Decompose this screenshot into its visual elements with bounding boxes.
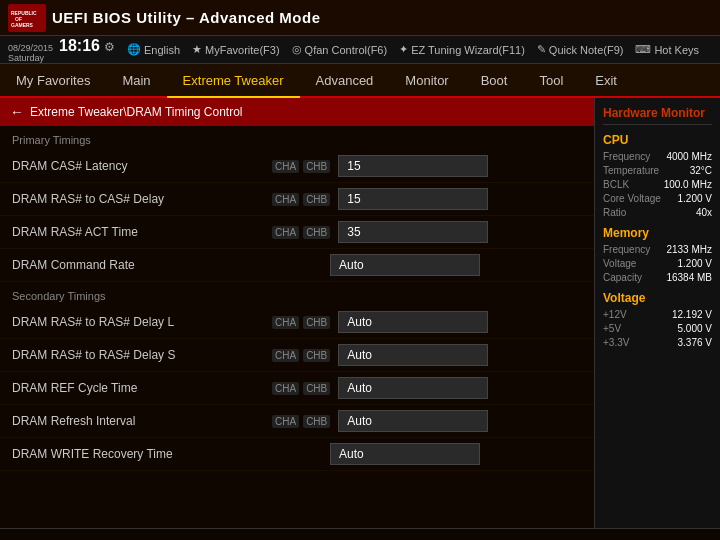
cpu-ratio-row: Ratio 40x [603,207,712,218]
row-label: DRAM REF Cycle Time [12,381,272,395]
logo-area: REPUBLIC OF GAMERS UEFI BIOS Utility – A… [8,4,320,32]
cpu-temperature-row: Temperature 32°C [603,165,712,176]
row-value[interactable]: Auto [338,410,488,432]
toolbar-language[interactable]: 🌐 English [127,43,180,56]
cha-label: CHA [272,349,299,362]
voltage-section-title: Voltage [603,291,712,305]
cpu-temperature-value: 32°C [690,165,712,176]
cpu-section: CPU Frequency 4000 MHz Temperature 32°C … [603,133,712,218]
cpu-frequency-value: 4000 MHz [666,151,712,162]
toolbar-hotkeys[interactable]: ⌨ Hot Keys [635,43,699,56]
row-dram-command-rate: DRAM Command Rate Auto [0,249,594,282]
chb-label: CHB [303,160,330,173]
row-value[interactable]: Auto [338,311,488,333]
toolbar-eztuning[interactable]: ✦ EZ Tuning Wizard(F11) [399,43,525,56]
row-label: DRAM Command Rate [12,258,272,272]
cha-label: CHA [272,316,299,329]
tab-boot[interactable]: Boot [465,64,524,96]
cpu-core-voltage-label: Core Voltage [603,193,661,204]
rog-logo: REPUBLIC OF GAMERS [8,4,46,32]
tab-my-favorites[interactable]: My Favorites [0,64,106,96]
cpu-frequency-row: Frequency 4000 MHz [603,151,712,162]
bottom-wrapper: ℹ Last Modified EzMode(F7)→ Search on FA… [0,528,720,540]
chb-label: CHB [303,415,330,428]
section-secondary-timings: Secondary Timings [0,282,594,306]
volt-33v-row: +3.3V 3.376 V [603,337,712,348]
row-value[interactable]: 35 [338,221,488,243]
cpu-core-voltage-value: 1.200 V [678,193,712,204]
channel-labels: CHA CHB [272,193,330,206]
row-value[interactable]: 15 [338,188,488,210]
mem-frequency-label: Frequency [603,244,650,255]
section-primary-timings: Primary Timings [0,126,594,150]
toolbar-qfan[interactable]: ◎ Qfan Control(F6) [292,43,388,56]
tab-monitor[interactable]: Monitor [389,64,464,96]
main-content: ← Extreme Tweaker\DRAM Timing Control Pr… [0,98,720,528]
mem-voltage-label: Voltage [603,258,636,269]
channel-labels: CHA CHB [272,160,330,173]
cha-label: CHA [272,415,299,428]
back-arrow[interactable]: ← [10,104,24,120]
channel-labels: CHA CHB [272,349,330,362]
svg-text:GAMERS: GAMERS [11,22,34,28]
cpu-frequency-label: Frequency [603,151,650,162]
tab-main[interactable]: Main [106,64,166,96]
chb-label: CHB [303,316,330,329]
voltage-section: Voltage +12V 12.192 V +5V 5.000 V +3.3V … [603,291,712,348]
channel-labels: CHA CHB [272,382,330,395]
row-dram-ref-cycle: DRAM REF Cycle Time CHA CHB Auto [0,372,594,405]
top-header: REPUBLIC OF GAMERS UEFI BIOS Utility – A… [0,0,720,36]
bottom-bar: ℹ Last Modified EzMode(F7)→ Search on FA… [0,528,720,540]
row-label: DRAM RAS# to RAS# Delay S [12,348,272,362]
chb-label: CHB [303,349,330,362]
volt-12v-row: +12V 12.192 V [603,309,712,320]
note-icon: ✎ [537,43,546,56]
tab-tool[interactable]: Tool [523,64,579,96]
memory-section-title: Memory [603,226,712,240]
gear-icon[interactable]: ⚙ [104,40,115,54]
row-dram-ras-cas-delay: DRAM RAS# to CAS# Delay CHA CHB 15 [0,183,594,216]
tab-extreme-tweaker[interactable]: Extreme Tweaker [167,64,300,98]
chb-label: CHB [303,193,330,206]
mem-capacity-row: Capacity 16384 MB [603,272,712,283]
cha-label: CHA [272,226,299,239]
cpu-bclk-value: 100.0 MHz [664,179,712,190]
toolbar-myfavorite[interactable]: ★ MyFavorite(F3) [192,43,280,56]
toolbar-quicknote[interactable]: ✎ Quick Note(F9) [537,43,624,56]
row-value[interactable]: Auto [330,254,480,276]
volt-33v-value: 3.376 V [678,337,712,348]
date-small: 08/29/2015Saturday [8,43,53,63]
nav-tabs: My Favorites Main Extreme Tweaker Advanc… [0,64,720,98]
mem-capacity-value: 16384 MB [666,272,712,283]
breadcrumb: ← Extreme Tweaker\DRAM Timing Control [0,98,594,126]
star-icon: ★ [192,43,202,56]
volt-5v-row: +5V 5.000 V [603,323,712,334]
cpu-bclk-row: BCLK 100.0 MHz [603,179,712,190]
cha-label: CHA [272,160,299,173]
volt-5v-label: +5V [603,323,621,334]
row-label: DRAM RAS# to RAS# Delay L [12,315,272,329]
globe-icon: 🌐 [127,43,141,56]
row-ras-ras-delay-s: DRAM RAS# to RAS# Delay S CHA CHB Auto [0,339,594,372]
row-value[interactable]: Auto [338,344,488,366]
row-dram-refresh-interval: DRAM Refresh Interval CHA CHB Auto [0,405,594,438]
cpu-ratio-value: 40x [696,207,712,218]
cha-label: CHA [272,382,299,395]
row-dram-cas-latency: DRAM CAS# Latency CHA CHB 15 [0,150,594,183]
row-label: DRAM WRITE Recovery Time [12,447,272,461]
volt-5v-value: 5.000 V [678,323,712,334]
channel-labels: CHA CHB [272,316,330,329]
breadcrumb-path: Extreme Tweaker\DRAM Timing Control [30,105,243,119]
fan-icon: ◎ [292,43,302,56]
row-value[interactable]: Auto [330,443,480,465]
row-value[interactable]: Auto [338,377,488,399]
volt-33v-label: +3.3V [603,337,629,348]
tab-advanced[interactable]: Advanced [300,64,390,96]
volt-12v-label: +12V [603,309,627,320]
tab-exit[interactable]: Exit [579,64,633,96]
cpu-bclk-label: BCLK [603,179,629,190]
row-label: DRAM RAS# to CAS# Delay [12,192,272,206]
left-panel: ← Extreme Tweaker\DRAM Timing Control Pr… [0,98,594,528]
row-value[interactable]: 15 [338,155,488,177]
mem-frequency-value: 2133 MHz [666,244,712,255]
